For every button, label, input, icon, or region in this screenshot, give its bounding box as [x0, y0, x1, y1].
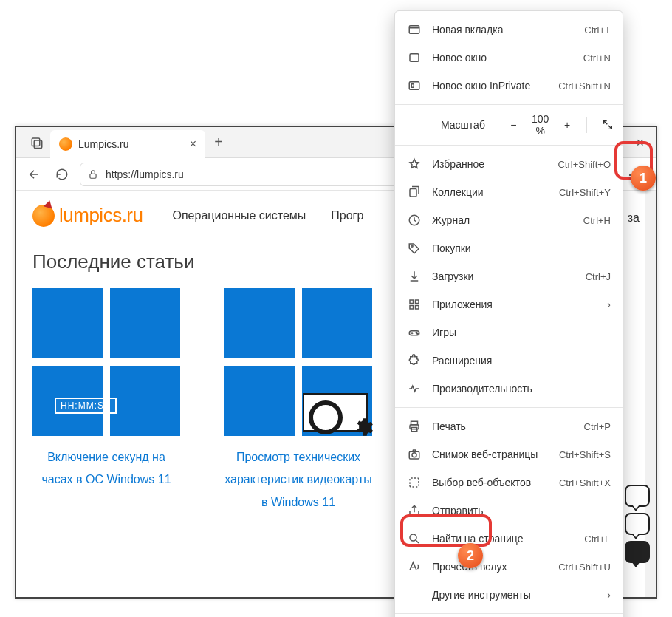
annotation-badge-1: 1 — [631, 166, 656, 191]
clock-badge: HH:MM:SS — [55, 398, 117, 414]
card-title: Просмотр технических характеристик видео… — [224, 446, 372, 514]
menu-find[interactable]: Найти на странице Ctrl+F — [395, 525, 623, 553]
lock-icon — [88, 169, 98, 180]
tab-close-button[interactable]: × — [190, 137, 196, 151]
gpu-icon — [303, 393, 368, 432]
svg-rect-22 — [410, 478, 419, 487]
zoom-in-button[interactable]: + — [563, 117, 572, 133]
menu-shopping[interactable]: Покупки — [395, 234, 623, 262]
tag-icon — [407, 242, 422, 255]
download-icon — [407, 270, 422, 283]
menu-favorites[interactable]: Избранное Ctrl+Shift+O — [395, 150, 623, 178]
window-icon — [407, 51, 422, 64]
star-icon — [407, 157, 422, 171]
card-thumbnail — [224, 288, 372, 436]
article-card[interactable]: HH:MM:SS Включение секунд на часах в ОС … — [32, 288, 180, 514]
menu-web-capture[interactable]: Снимок веб-страницы Ctrl+Shift+S — [395, 440, 623, 468]
menu-share[interactable]: Отправить — [395, 497, 623, 525]
svg-rect-1 — [34, 140, 42, 149]
inprivate-icon — [407, 79, 422, 92]
browser-tab[interactable]: Lumpics.ru × — [50, 130, 205, 158]
menu-apps[interactable]: Приложения › — [395, 290, 623, 318]
menu-more-tools[interactable]: Другие инструменты › — [395, 581, 623, 609]
refresh-button[interactable] — [52, 164, 72, 185]
svg-point-21 — [412, 453, 416, 457]
menu-read-aloud[interactable]: Прочесть вслух Ctrl+Shift+U — [395, 553, 623, 581]
zoom-value: 100 % — [530, 113, 551, 137]
nav-fragment-right: за — [628, 211, 640, 225]
svg-rect-2 — [90, 174, 96, 178]
svg-rect-3 — [409, 26, 419, 34]
heartbeat-icon — [407, 382, 422, 395]
svg-rect-4 — [410, 54, 419, 62]
svg-point-9 — [411, 245, 413, 247]
new-tab-button[interactable]: + — [205, 134, 232, 151]
menu-history[interactable]: Журнал Ctrl+H — [395, 206, 623, 234]
printer-icon — [407, 420, 422, 433]
tab-actions-icon[interactable] — [24, 136, 50, 149]
fullscreen-button[interactable] — [602, 117, 614, 133]
gamepad-icon — [407, 326, 422, 339]
chat-bubble-icon[interactable] — [625, 485, 650, 507]
tab-title: Lumpics.ru — [78, 138, 128, 150]
svg-rect-12 — [410, 306, 414, 310]
menu-web-select[interactable]: Выбор веб-объектов Ctrl+Shift+X — [395, 468, 623, 497]
annotation-badge-2: 2 — [458, 543, 483, 568]
tab-icon — [407, 23, 422, 36]
menu-collections[interactable]: Коллекции Ctrl+Shift+Y — [395, 178, 623, 206]
card-title: Включение секунд на часах в ОС Windows 1… — [32, 446, 180, 491]
chat-bubble-icon[interactable] — [625, 513, 650, 535]
svg-rect-6 — [411, 84, 414, 88]
apps-icon — [407, 298, 422, 311]
history-icon — [407, 214, 422, 227]
collections-icon — [407, 185, 422, 199]
svg-rect-10 — [410, 300, 414, 304]
menu-downloads[interactable]: Загрузки Ctrl+J — [395, 262, 623, 290]
search-icon — [407, 532, 422, 545]
menu-inprivate[interactable]: Новое окно InPrivate Ctrl+Shift+N — [395, 72, 623, 100]
read-aloud-icon — [407, 560, 422, 573]
nav-os[interactable]: Операционные системы — [172, 209, 306, 222]
zoom-out-button[interactable]: − — [509, 117, 518, 133]
nav-programs-truncated[interactable]: Прогр — [331, 209, 363, 222]
select-icon — [407, 476, 422, 489]
site-nav: Операционные системы Прогр — [172, 209, 363, 222]
svg-rect-0 — [32, 138, 40, 146]
menu-extensions[interactable]: Расширения — [395, 347, 623, 375]
window-controls: ✕ — [629, 127, 651, 158]
back-button[interactable] — [24, 164, 44, 185]
logo-icon — [32, 205, 55, 227]
camera-icon — [407, 448, 422, 461]
menu-new-window[interactable]: Новое окно Ctrl+N — [395, 44, 623, 72]
svg-rect-7 — [410, 189, 416, 197]
menu-games[interactable]: Игры — [395, 318, 623, 347]
share-icon — [407, 504, 422, 517]
window-close-button[interactable]: ✕ — [629, 137, 651, 149]
menu-print[interactable]: Печать Ctrl+P — [395, 412, 623, 440]
browser-menu: Новая вкладка Ctrl+T Новое окно Ctrl+N Н… — [394, 10, 623, 617]
puzzle-icon — [407, 354, 422, 367]
chevron-right-icon: › — [607, 299, 611, 310]
menu-performance[interactable]: Производительность — [395, 375, 623, 403]
chat-bubble-filled-icon[interactable] — [625, 541, 650, 563]
menu-zoom: Масштаб − 100 % + — [395, 109, 623, 140]
svg-point-23 — [410, 534, 416, 541]
site-logo[interactable]: lumpics.ru — [32, 204, 143, 227]
svg-point-16 — [417, 333, 419, 335]
feedback-bubbles — [625, 485, 650, 563]
chevron-right-icon: › — [607, 589, 611, 601]
card-thumbnail: HH:MM:SS — [32, 288, 180, 436]
zoom-label: Масштаб — [441, 119, 485, 131]
url-text: https://lumpics.ru — [106, 168, 184, 180]
svg-rect-11 — [416, 300, 419, 304]
logo-text: lumpics.ru — [59, 204, 143, 227]
article-card[interactable]: Просмотр технических характеристик видео… — [224, 288, 372, 514]
svg-rect-13 — [416, 306, 419, 310]
menu-new-tab[interactable]: Новая вкладка Ctrl+T — [395, 16, 623, 44]
tab-favicon — [59, 137, 72, 151]
